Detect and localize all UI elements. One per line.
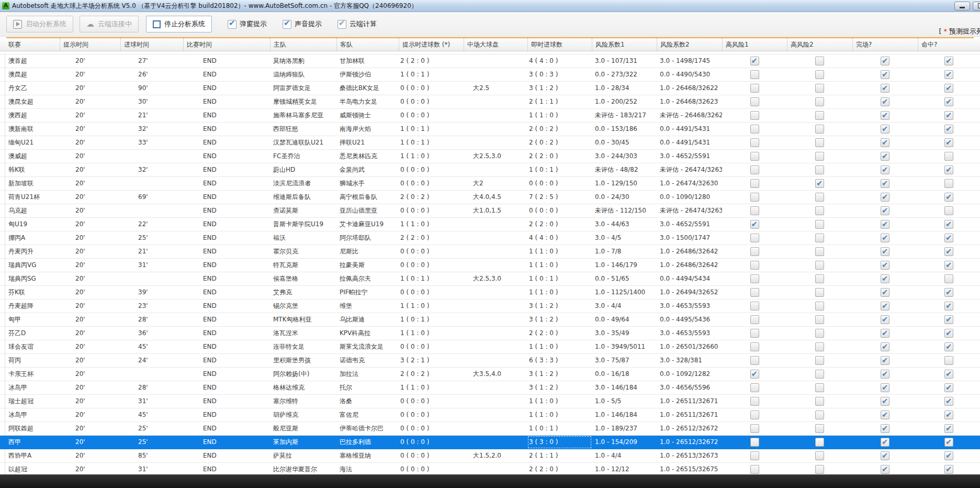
high-risk2-checkbox[interactable] xyxy=(815,315,824,324)
high-risk2-checkbox[interactable] xyxy=(815,342,824,351)
high-risk1-checkbox[interactable] xyxy=(750,411,759,419)
finished-checkbox[interactable] xyxy=(881,411,889,419)
table-row[interactable]: 球会友谊20'45'END连菲特女足斯莱戈流浪女足0 ( 0 : 0 )1 ( … xyxy=(0,340,980,354)
table-row[interactable]: 丹麦超降20'23'END锡尔克堡维堡1 ( 1 : 0 )3 ( 1 : 2 … xyxy=(0,300,980,313)
hit-checkbox[interactable] xyxy=(944,383,953,392)
high-risk1-checkbox[interactable] xyxy=(750,383,759,392)
minimize-button[interactable] xyxy=(954,2,970,10)
high-risk2-checkbox[interactable] xyxy=(815,329,824,338)
high-risk2-checkbox[interactable] xyxy=(815,438,824,447)
finished-checkbox[interactable] xyxy=(881,57,889,65)
high-risk1-checkbox[interactable] xyxy=(750,342,759,351)
finished-checkbox[interactable] xyxy=(881,451,889,460)
table-row[interactable]: 澳威超20'ENDFC圣乔治悉尼奥林匹克1 ( 1 : 0 )大2.5,3.02… xyxy=(0,150,980,163)
finished-checkbox[interactable] xyxy=(881,438,889,447)
hit-checkbox[interactable] xyxy=(944,125,953,134)
hit-checkbox[interactable] xyxy=(944,356,953,365)
popup-alert-checkbox[interactable] xyxy=(228,20,236,29)
column-header[interactable]: 主队 xyxy=(270,38,336,51)
table-row[interactable]: 荷青U21杯20'69'END维迪斯后备队高宁根后备队2 ( 0 : 2 )大4… xyxy=(0,191,980,204)
finished-checkbox[interactable] xyxy=(881,315,889,324)
hit-checkbox[interactable] xyxy=(944,302,953,310)
high-risk2-checkbox[interactable] xyxy=(815,206,824,215)
finished-checkbox[interactable] xyxy=(881,234,889,242)
table-row[interactable]: 澳西超20'21'END施蒂林马塞多尼亚威斯顿骑士0 ( 0 : 0 )1 ( … xyxy=(0,109,980,123)
high-risk1-checkbox[interactable] xyxy=(750,356,759,365)
stop-analysis-button[interactable]: 停止分析系统 xyxy=(146,16,212,32)
high-risk1-checkbox[interactable] xyxy=(750,288,759,297)
high-risk1-checkbox[interactable] xyxy=(750,315,759,324)
finished-checkbox[interactable] xyxy=(881,84,889,93)
table-row[interactable]: 阿联酋超20'25'END般尼亚斯伊蒂哈德卡尔巴0 ( 0 : 0 )1 ( 0… xyxy=(0,422,980,436)
finished-checkbox[interactable] xyxy=(881,274,889,283)
hit-checkbox[interactable] xyxy=(944,152,953,161)
table-row[interactable]: 乌克超20'END查诺莫斯亚历山德里亚0 ( 0 : 0 )大1.0,1.50 … xyxy=(0,204,980,218)
hit-checkbox[interactable] xyxy=(944,234,953,242)
high-risk1-checkbox[interactable] xyxy=(750,438,759,447)
column-header[interactable]: 高风险1 xyxy=(722,38,787,51)
hit-checkbox[interactable] xyxy=(944,465,953,474)
finished-checkbox[interactable] xyxy=(881,138,889,147)
high-risk2-checkbox[interactable] xyxy=(815,397,824,406)
high-risk2-checkbox[interactable] xyxy=(815,125,824,134)
high-risk2-checkbox[interactable] xyxy=(815,411,824,419)
high-risk1-checkbox[interactable] xyxy=(750,138,759,147)
maximize-button[interactable] xyxy=(973,2,980,10)
finished-checkbox[interactable] xyxy=(881,111,889,120)
high-risk2-checkbox[interactable] xyxy=(815,424,824,433)
finished-checkbox[interactable] xyxy=(881,165,889,174)
table-row[interactable]: 瑞典丙SG20'END侯嘉堡格拉佩高尔夫1 ( 0 : 1 )大2.5,3.01… xyxy=(0,272,980,286)
high-risk2-checkbox[interactable] xyxy=(815,152,824,161)
hit-checkbox[interactable] xyxy=(944,370,953,379)
table-row[interactable]: 匈甲20'28'ENDMTK匈格利亚乌比斯迪1 ( 0 : 1 )3 ( 1 :… xyxy=(0,313,980,327)
hit-checkbox[interactable] xyxy=(944,138,953,147)
finished-checkbox[interactable] xyxy=(881,288,889,297)
hit-checkbox[interactable] xyxy=(944,165,953,174)
high-risk1-checkbox[interactable] xyxy=(750,465,759,474)
high-risk1-checkbox[interactable] xyxy=(750,247,759,256)
table-row[interactable]: 荷丙20'24'END里积斯堡男孩诺德韦克3 ( 2 : 1 )6 ( 3 : … xyxy=(0,354,980,368)
high-risk2-checkbox[interactable] xyxy=(815,465,824,474)
hit-checkbox[interactable] xyxy=(944,397,953,406)
high-risk1-checkbox[interactable] xyxy=(750,57,759,65)
table-row[interactable]: 冰岛甲20'45'END胡萨维克富佐尼0 ( 0 : 0 )1 ( 1 : 0 … xyxy=(0,408,980,422)
column-header[interactable]: 联赛 xyxy=(5,38,60,51)
finished-checkbox[interactable] xyxy=(881,179,889,188)
high-risk2-checkbox[interactable] xyxy=(815,165,824,174)
finished-checkbox[interactable] xyxy=(881,383,889,392)
finished-checkbox[interactable] xyxy=(881,465,889,474)
high-risk1-checkbox[interactable] xyxy=(750,206,759,215)
column-header[interactable]: 命中? xyxy=(918,38,980,51)
table-row[interactable]: 匈U1920'22'END普斯卡斯学院U19艾卡迪麻亚U191 ( 1 : 0 … xyxy=(0,218,980,231)
column-header[interactable]: 风险系数1 xyxy=(592,38,657,51)
hit-checkbox[interactable] xyxy=(944,206,953,215)
hit-checkbox[interactable] xyxy=(944,288,953,297)
table-row[interactable]: 澳昆女超20'30'END摩顿城精英女足半岛电力女足0 ( 0 : 0 )2 (… xyxy=(0,95,980,109)
hit-checkbox[interactable] xyxy=(944,451,953,460)
column-header[interactable]: 中场大球盘 xyxy=(464,38,527,51)
sound-alert-checkbox[interactable] xyxy=(283,20,291,29)
high-risk1-checkbox[interactable] xyxy=(750,220,759,229)
high-risk2-checkbox[interactable] xyxy=(815,261,824,270)
hit-checkbox[interactable] xyxy=(944,70,953,79)
high-risk2-checkbox[interactable] xyxy=(815,84,824,93)
hit-checkbox[interactable] xyxy=(944,438,953,447)
high-risk2-checkbox[interactable] xyxy=(815,370,824,379)
finished-checkbox[interactable] xyxy=(881,342,889,351)
column-header[interactable]: 客队 xyxy=(336,38,399,51)
hit-checkbox[interactable] xyxy=(944,111,953,120)
table-row[interactable]: 挪丙A20'25'END福沃阿尔塔邸队2 ( 2 : 0 )4 ( 4 : 0 … xyxy=(0,231,980,245)
column-header[interactable]: 提示时间 xyxy=(60,38,120,51)
table-row[interactable]: 芬乙D20'36'END洛瓦涅米KPV科高拉1 ( 1 : 0 )2 ( 2 :… xyxy=(0,327,980,340)
finished-checkbox[interactable] xyxy=(881,261,889,270)
column-header[interactable]: 进球时间 xyxy=(120,38,183,51)
high-risk1-checkbox[interactable] xyxy=(750,152,759,161)
column-header[interactable]: 即时进球数 xyxy=(527,38,592,51)
table-row[interactable]: 韩K联20'32'END蔚山HD金泉尚武0 ( 0 : 0 )1 ( 0 : 1… xyxy=(0,163,980,177)
high-risk1-checkbox[interactable] xyxy=(750,370,759,379)
hit-checkbox[interactable] xyxy=(944,97,953,106)
high-risk2-checkbox[interactable] xyxy=(815,97,824,106)
finished-checkbox[interactable] xyxy=(881,193,889,202)
start-analysis-button[interactable]: 启动分析系统 xyxy=(6,16,73,32)
high-risk2-checkbox[interactable] xyxy=(815,302,824,310)
